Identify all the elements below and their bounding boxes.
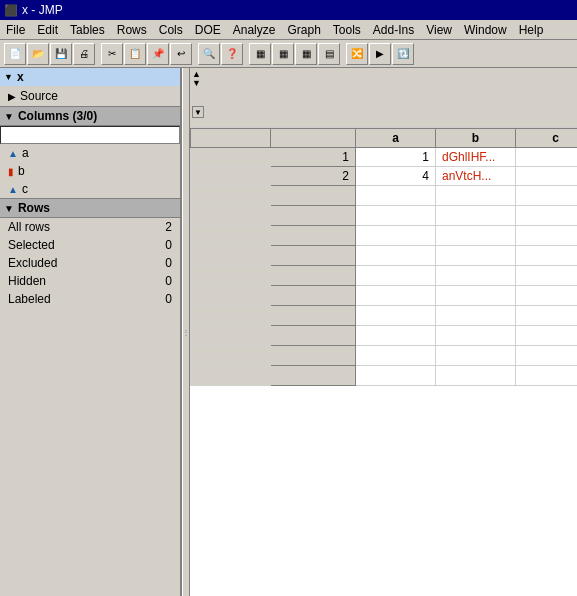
x-label: x xyxy=(17,70,24,84)
col-b-label: b xyxy=(18,164,25,178)
menu-item-help[interactable]: Help xyxy=(513,21,550,39)
grid2-button[interactable]: ▦ xyxy=(272,43,294,65)
rows-header[interactable]: ▼ Rows xyxy=(0,199,180,218)
all-rows-label: All rows xyxy=(8,220,50,234)
row1-num: 1 xyxy=(271,148,356,167)
row1-col-c: 3 xyxy=(516,148,578,167)
column-item-c[interactable]: c xyxy=(0,180,180,198)
row1-col-b: dGhlIHF... xyxy=(436,148,516,167)
labeled-label: Labeled xyxy=(8,292,51,306)
refresh-button[interactable]: 🔃 xyxy=(392,43,414,65)
menu-item-rows[interactable]: Rows xyxy=(111,21,153,39)
run-button[interactable]: ▶ xyxy=(369,43,391,65)
data-table-wrapper[interactable]: a b c 1 1 dGhlIHF... 3 2 xyxy=(190,128,577,596)
data-table: a b c 1 1 dGhlIHF... 3 2 xyxy=(190,128,577,386)
menu-item-window[interactable]: Window xyxy=(458,21,513,39)
menu-item-graph[interactable]: Graph xyxy=(281,21,326,39)
scroll-arrows: ▲ ▼ xyxy=(192,70,201,88)
column-item-b[interactable]: b xyxy=(0,162,180,180)
row1-col-a: 1 xyxy=(356,148,436,167)
toolbar: 📄 📂 💾 🖨 ✂ 📋 📌 ↩ 🔍 ❓ ▦ ▦ ▦ ▤ 🔀 ▶ 🔃 xyxy=(0,40,577,68)
open-button[interactable]: 📂 xyxy=(27,43,49,65)
main-area: ▼ x ▶ Source ▼ Columns (3/0) a b xyxy=(0,68,577,596)
cut-button[interactable]: ✂ xyxy=(101,43,123,65)
print-button[interactable]: 🖨 xyxy=(73,43,95,65)
rownum-col-header xyxy=(271,129,356,148)
menu-item-edit[interactable]: Edit xyxy=(31,21,64,39)
empty-row xyxy=(191,326,578,346)
save-button[interactable]: 💾 xyxy=(50,43,72,65)
grid1-button[interactable]: ▦ xyxy=(249,43,271,65)
hidden-value: 0 xyxy=(165,274,172,288)
labeled-value: 0 xyxy=(165,292,172,306)
col-a-label: a xyxy=(22,146,29,160)
menu-item-file[interactable]: File xyxy=(0,21,31,39)
search-button[interactable]: 🔍 xyxy=(198,43,220,65)
rows-label: Rows xyxy=(18,201,50,215)
grid3-button[interactable]: ▦ xyxy=(295,43,317,65)
menu-item-tools[interactable]: Tools xyxy=(327,21,367,39)
empty-row xyxy=(191,366,578,386)
help-button[interactable]: ❓ xyxy=(221,43,243,65)
excluded-label: Excluded xyxy=(8,256,57,270)
title-bar: ⬛ x - JMP xyxy=(0,0,577,20)
row2-filter xyxy=(191,167,271,186)
columns-search-input[interactable] xyxy=(0,126,180,144)
menu-item-analyze[interactable]: Analyze xyxy=(227,21,282,39)
table-header-area: ▲ ▼ ▼ xyxy=(190,68,577,128)
row1-filter xyxy=(191,148,271,167)
undo-button[interactable]: ↩ xyxy=(170,43,192,65)
menu-item-cols[interactable]: Cols xyxy=(153,21,189,39)
row2-num: 2 xyxy=(271,167,356,186)
excluded-value: 0 xyxy=(165,256,172,270)
copy-button[interactable]: 📋 xyxy=(124,43,146,65)
hidden-stat: Hidden 0 xyxy=(0,272,180,290)
filter-indicator[interactable]: ▼ xyxy=(192,106,204,118)
right-panel: ▲ ▼ ▼ a b c xyxy=(190,68,577,596)
app-icon: ⬛ xyxy=(4,4,18,17)
x-arrow-icon: ▼ xyxy=(4,72,13,82)
rows-arrow-icon: ▼ xyxy=(4,203,14,214)
paste-button[interactable]: 📌 xyxy=(147,43,169,65)
empty-row xyxy=(191,346,578,366)
col-a-header[interactable]: a xyxy=(356,129,436,148)
col-c-header[interactable]: c xyxy=(516,129,578,148)
panel-divider[interactable]: ⋮ xyxy=(182,68,190,596)
column-item-a[interactable]: a xyxy=(0,144,180,162)
rows-button[interactable]: ▤ xyxy=(318,43,340,65)
x-section: ▼ x ▶ Source xyxy=(0,68,180,107)
row2-col-b: anVtcH... xyxy=(436,167,516,186)
col-c-label: c xyxy=(22,182,28,196)
empty-row xyxy=(191,246,578,266)
all-rows-value: 2 xyxy=(165,220,172,234)
filter-col-header xyxy=(191,129,271,148)
col-a-icon xyxy=(8,148,18,159)
window-title: x - JMP xyxy=(22,3,63,17)
new-button[interactable]: 📄 xyxy=(4,43,26,65)
rows-section: ▼ Rows All rows 2 Selected 0 Excluded 0 … xyxy=(0,199,180,596)
empty-row xyxy=(191,206,578,226)
empty-row xyxy=(191,226,578,246)
columns-section: ▼ Columns (3/0) a b c xyxy=(0,107,180,199)
divider-icon: ⋮ xyxy=(182,328,190,337)
scroll-down-button[interactable]: ▼ xyxy=(192,79,201,88)
menu-item-add-ins[interactable]: Add-Ins xyxy=(367,21,420,39)
columns-header[interactable]: ▼ Columns (3/0) xyxy=(0,107,180,126)
menu-bar: FileEditTablesRowsColsDOEAnalyzeGraphToo… xyxy=(0,20,577,40)
labeled-stat: Labeled 0 xyxy=(0,290,180,308)
source-item[interactable]: ▶ Source xyxy=(0,86,180,106)
empty-row xyxy=(191,186,578,206)
columns-arrow-icon: ▼ xyxy=(4,111,14,122)
table-row: 1 1 dGhlIHF... 3 xyxy=(191,148,578,167)
selected-value: 0 xyxy=(165,238,172,252)
x-section-header[interactable]: ▼ x xyxy=(0,68,180,86)
col-b-header[interactable]: b xyxy=(436,129,516,148)
menu-item-tables[interactable]: Tables xyxy=(64,21,111,39)
source-arrow-icon: ▶ xyxy=(8,91,16,102)
menu-item-doe[interactable]: DOE xyxy=(189,21,227,39)
row2-col-a: 4 xyxy=(356,167,436,186)
shuffle-button[interactable]: 🔀 xyxy=(346,43,368,65)
row2-col-c: 6 xyxy=(516,167,578,186)
menu-item-view[interactable]: View xyxy=(420,21,458,39)
col-c-icon xyxy=(8,184,18,195)
